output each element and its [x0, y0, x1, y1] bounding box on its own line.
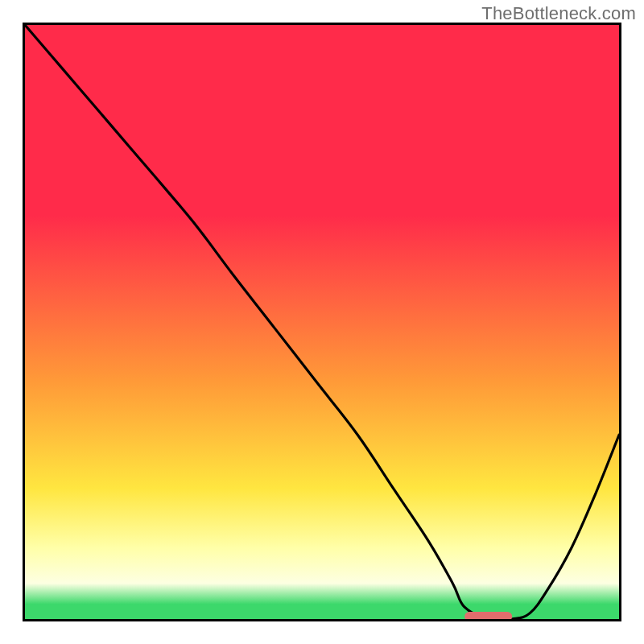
plot-area: [24, 24, 621, 622]
watermark-text: TheBottleneck.com: [481, 3, 636, 24]
plot-gradient: [25, 25, 619, 619]
chart-svg: [0, 0, 644, 644]
